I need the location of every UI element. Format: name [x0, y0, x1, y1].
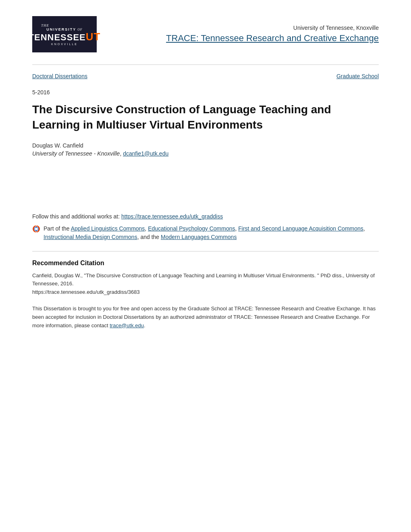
- article-title: The Discursive Construction of Language …: [32, 102, 379, 133]
- title-section: The Discursive Construction of Language …: [32, 102, 379, 133]
- logo-the-text: THE: [41, 23, 49, 27]
- follow-url[interactable]: https://trace.tennessee.edu/utk_graddiss: [121, 213, 223, 220]
- citation-heading: Recommended Citation: [32, 260, 379, 267]
- commons-link-3[interactable]: First and Second Language Acquisition Co…: [238, 225, 363, 232]
- breadcrumb-left[interactable]: Doctoral Dissertations: [32, 73, 87, 79]
- header-trace-title[interactable]: TRACE: Tennessee Research and Creative E…: [113, 33, 379, 44]
- trace-link[interactable]: TRACE: Tennessee Research and Creative E…: [166, 33, 379, 43]
- header-text: University of Tennessee, Knoxville TRACE…: [113, 25, 379, 44]
- citation-text: Canfield, Douglas W., "The Discursive Co…: [32, 272, 379, 297]
- part-of-text: Part of the Applied Linguistics Commons,…: [44, 224, 379, 241]
- logo-container: THE UNIVERSITY of TENNESSEEUT KNOXVILLE: [32, 16, 97, 52]
- disclaimer-text: This Dissertation is brought to you for …: [32, 305, 379, 330]
- part-of-section: Part of the Applied Linguistics Commons,…: [32, 224, 379, 241]
- breadcrumb-row: Doctoral Dissertations Graduate School: [32, 73, 379, 79]
- logo-knoxville-text: KNOXVILLE: [51, 43, 78, 46]
- author-email[interactable]: dcanfie1@utk.edu: [123, 150, 168, 157]
- author-section: Douglas W. Canfield University of Tennes…: [32, 142, 379, 157]
- university-logo: THE UNIVERSITY of TENNESSEEUT KNOXVILLE: [32, 16, 97, 52]
- author-name: Douglas W. Canfield: [32, 142, 379, 149]
- contact-email-link[interactable]: trace@utk.edu: [110, 322, 144, 328]
- article-date: 5-2016: [32, 89, 379, 96]
- commons-link-5[interactable]: Modern Languages Commons: [161, 234, 237, 240]
- commons-link-2[interactable]: Educational Psychology Commons: [148, 225, 235, 232]
- author-institution: University of Tennessee - Knoxville: [32, 150, 120, 157]
- follow-text: Follow this and additional works at: htt…: [32, 213, 379, 220]
- follow-label: Follow this and additional works at:: [32, 213, 121, 220]
- header-institution: University of Tennessee, Knoxville: [113, 25, 379, 31]
- commons-link-4[interactable]: Instructional Media Design Commons: [44, 234, 137, 240]
- spacer: [32, 173, 379, 213]
- citation-section: Recommended Citation Canfield, Douglas W…: [32, 251, 379, 330]
- page-header: THE UNIVERSITY of TENNESSEEUT KNOXVILLE …: [32, 16, 379, 52]
- logo-tennessee-text: TENNESSEEUT: [29, 31, 101, 42]
- svg-point-2: [35, 228, 37, 230]
- follow-section: Follow this and additional works at: htt…: [32, 213, 379, 241]
- part-of-icon: [32, 225, 40, 233]
- header-divider: [32, 64, 379, 65]
- logo-university-text: UNIVERSITY of: [46, 27, 83, 31]
- commons-link-1[interactable]: Applied Linguistics Commons: [71, 225, 145, 232]
- breadcrumb-right[interactable]: Graduate School: [336, 73, 379, 79]
- author-affiliation: University of Tennessee - Knoxville, dca…: [32, 150, 379, 157]
